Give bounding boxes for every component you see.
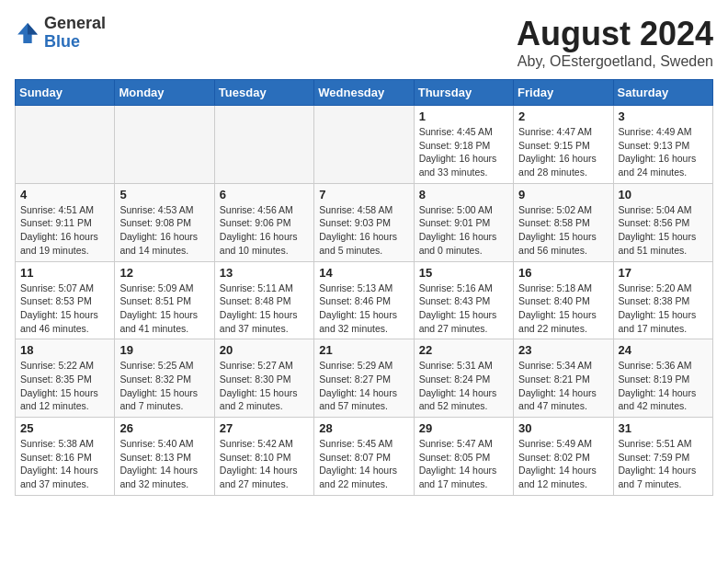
calendar-cell: 24Sunrise: 5:36 AM Sunset: 8:19 PM Dayli… xyxy=(613,339,712,418)
day-number: 29 xyxy=(419,421,508,435)
day-number: 26 xyxy=(119,421,209,435)
calendar-cell: 7Sunrise: 4:58 AM Sunset: 9:03 PM Daylig… xyxy=(314,183,414,261)
day-headers-row: SundayMondayTuesdayWednesdayThursdayFrid… xyxy=(16,80,713,106)
day-number: 22 xyxy=(419,343,508,357)
day-info: Sunrise: 5:18 AM Sunset: 8:40 PM Dayligh… xyxy=(518,282,608,336)
day-number: 4 xyxy=(20,188,109,201)
page-title: August 2024 xyxy=(517,15,713,53)
day-number: 12 xyxy=(119,266,209,280)
day-number: 5 xyxy=(119,188,209,201)
day-number: 6 xyxy=(220,188,309,201)
day-info: Sunrise: 5:04 AM Sunset: 8:56 PM Dayligh… xyxy=(619,203,708,258)
day-number: 21 xyxy=(319,343,408,357)
calendar-cell: 19Sunrise: 5:25 AM Sunset: 8:32 PM Dayli… xyxy=(115,339,214,418)
calendar-cell: 22Sunrise: 5:31 AM Sunset: 8:24 PM Dayli… xyxy=(414,339,513,418)
day-number: 2 xyxy=(518,109,608,123)
day-info: Sunrise: 5:27 AM Sunset: 8:30 PM Dayligh… xyxy=(220,359,309,413)
day-info: Sunrise: 5:47 AM Sunset: 8:05 PM Dayligh… xyxy=(419,437,508,491)
calendar-cell: 13Sunrise: 5:11 AM Sunset: 8:48 PM Dayli… xyxy=(214,261,313,339)
logo-general: General xyxy=(44,15,106,33)
logo: General Blue xyxy=(15,15,106,52)
day-info: Sunrise: 5:11 AM Sunset: 8:48 PM Dayligh… xyxy=(220,282,309,336)
day-info: Sunrise: 5:09 AM Sunset: 8:51 PM Dayligh… xyxy=(119,282,209,336)
calendar-cell: 29Sunrise: 5:47 AM Sunset: 8:05 PM Dayli… xyxy=(414,418,513,496)
svg-marker-1 xyxy=(28,23,38,34)
calendar-cell xyxy=(314,106,414,184)
day-info: Sunrise: 4:51 AM Sunset: 9:11 PM Dayligh… xyxy=(20,203,109,258)
day-info: Sunrise: 5:13 AM Sunset: 8:46 PM Dayligh… xyxy=(319,282,408,336)
day-info: Sunrise: 4:47 AM Sunset: 9:15 PM Dayligh… xyxy=(518,125,608,179)
day-number: 19 xyxy=(119,343,209,357)
week-row-4: 18Sunrise: 5:22 AM Sunset: 8:35 PM Dayli… xyxy=(16,339,713,418)
day-header-monday: Monday xyxy=(115,80,214,106)
day-info: Sunrise: 5:49 AM Sunset: 8:02 PM Dayligh… xyxy=(518,437,608,491)
day-info: Sunrise: 5:42 AM Sunset: 8:10 PM Dayligh… xyxy=(220,437,309,491)
calendar-cell: 14Sunrise: 5:13 AM Sunset: 8:46 PM Dayli… xyxy=(314,261,414,339)
calendar-cell: 5Sunrise: 4:53 AM Sunset: 9:08 PM Daylig… xyxy=(115,183,214,261)
day-number: 16 xyxy=(518,266,608,280)
calendar-cell: 28Sunrise: 5:45 AM Sunset: 8:07 PM Dayli… xyxy=(314,418,414,496)
day-number: 28 xyxy=(319,421,408,435)
day-header-friday: Friday xyxy=(514,80,613,106)
day-header-tuesday: Tuesday xyxy=(214,80,313,106)
calendar-cell: 11Sunrise: 5:07 AM Sunset: 8:53 PM Dayli… xyxy=(16,261,115,339)
day-number: 10 xyxy=(619,188,708,201)
calendar-cell: 10Sunrise: 5:04 AM Sunset: 8:56 PM Dayli… xyxy=(613,183,712,261)
day-number: 18 xyxy=(20,343,109,357)
day-info: Sunrise: 5:25 AM Sunset: 8:32 PM Dayligh… xyxy=(119,359,209,413)
calendar-cell: 9Sunrise: 5:02 AM Sunset: 8:58 PM Daylig… xyxy=(514,183,613,261)
day-number: 30 xyxy=(518,421,608,435)
day-info: Sunrise: 5:29 AM Sunset: 8:27 PM Dayligh… xyxy=(319,359,408,413)
calendar-header: SundayMondayTuesdayWednesdayThursdayFrid… xyxy=(16,80,713,106)
calendar-cell: 27Sunrise: 5:42 AM Sunset: 8:10 PM Dayli… xyxy=(214,418,313,496)
day-info: Sunrise: 4:58 AM Sunset: 9:03 PM Dayligh… xyxy=(319,203,408,258)
day-number: 23 xyxy=(518,343,608,357)
calendar-cell xyxy=(214,106,313,184)
day-info: Sunrise: 4:45 AM Sunset: 9:18 PM Dayligh… xyxy=(419,125,508,179)
calendar-cell: 4Sunrise: 4:51 AM Sunset: 9:11 PM Daylig… xyxy=(16,183,115,261)
week-row-2: 4Sunrise: 4:51 AM Sunset: 9:11 PM Daylig… xyxy=(16,183,713,261)
day-number: 3 xyxy=(619,109,708,123)
calendar-cell: 20Sunrise: 5:27 AM Sunset: 8:30 PM Dayli… xyxy=(214,339,313,418)
day-info: Sunrise: 5:07 AM Sunset: 8:53 PM Dayligh… xyxy=(20,282,109,336)
day-info: Sunrise: 5:34 AM Sunset: 8:21 PM Dayligh… xyxy=(518,359,608,413)
calendar-cell: 8Sunrise: 5:00 AM Sunset: 9:01 PM Daylig… xyxy=(414,183,513,261)
calendar-cell: 25Sunrise: 5:38 AM Sunset: 8:16 PM Dayli… xyxy=(16,418,115,496)
calendar-cell xyxy=(115,106,214,184)
calendar-cell: 18Sunrise: 5:22 AM Sunset: 8:35 PM Dayli… xyxy=(16,339,115,418)
logo-blue-text: Blue xyxy=(44,33,106,52)
calendar-cell: 2Sunrise: 4:47 AM Sunset: 9:15 PM Daylig… xyxy=(514,106,613,184)
title-block: August 2024 Aby, OEstergoetland, Sweden xyxy=(517,15,713,70)
day-number: 25 xyxy=(20,421,109,435)
day-info: Sunrise: 4:49 AM Sunset: 9:13 PM Dayligh… xyxy=(619,125,708,179)
calendar-cell xyxy=(16,106,115,184)
day-info: Sunrise: 5:40 AM Sunset: 8:13 PM Dayligh… xyxy=(119,437,209,491)
day-number: 8 xyxy=(419,188,508,201)
day-number: 31 xyxy=(619,421,708,435)
calendar-table: SundayMondayTuesdayWednesdayThursdayFrid… xyxy=(15,79,713,496)
page-subtitle: Aby, OEstergoetland, Sweden xyxy=(517,53,713,70)
day-header-thursday: Thursday xyxy=(414,80,513,106)
day-number: 15 xyxy=(419,266,508,280)
day-info: Sunrise: 5:36 AM Sunset: 8:19 PM Dayligh… xyxy=(619,359,708,413)
calendar-cell: 1Sunrise: 4:45 AM Sunset: 9:18 PM Daylig… xyxy=(414,106,513,184)
day-number: 11 xyxy=(20,266,109,280)
day-info: Sunrise: 5:45 AM Sunset: 8:07 PM Dayligh… xyxy=(319,437,408,491)
calendar-cell: 21Sunrise: 5:29 AM Sunset: 8:27 PM Dayli… xyxy=(314,339,414,418)
day-info: Sunrise: 5:16 AM Sunset: 8:43 PM Dayligh… xyxy=(419,282,508,336)
day-info: Sunrise: 4:53 AM Sunset: 9:08 PM Dayligh… xyxy=(119,203,209,258)
day-header-sunday: Sunday xyxy=(16,80,115,106)
day-header-wednesday: Wednesday xyxy=(314,80,414,106)
logo-icon xyxy=(15,20,40,46)
day-info: Sunrise: 4:56 AM Sunset: 9:06 PM Dayligh… xyxy=(220,203,309,258)
day-number: 9 xyxy=(518,188,608,201)
day-number: 20 xyxy=(220,343,309,357)
week-row-1: 1Sunrise: 4:45 AM Sunset: 9:18 PM Daylig… xyxy=(16,106,713,184)
day-info: Sunrise: 5:51 AM Sunset: 7:59 PM Dayligh… xyxy=(619,437,708,491)
calendar-body: 1Sunrise: 4:45 AM Sunset: 9:18 PM Daylig… xyxy=(16,106,713,496)
day-info: Sunrise: 5:00 AM Sunset: 9:01 PM Dayligh… xyxy=(419,203,508,258)
day-header-saturday: Saturday xyxy=(613,80,712,106)
week-row-5: 25Sunrise: 5:38 AM Sunset: 8:16 PM Dayli… xyxy=(16,418,713,496)
calendar-cell: 16Sunrise: 5:18 AM Sunset: 8:40 PM Dayli… xyxy=(514,261,613,339)
day-number: 14 xyxy=(319,266,408,280)
